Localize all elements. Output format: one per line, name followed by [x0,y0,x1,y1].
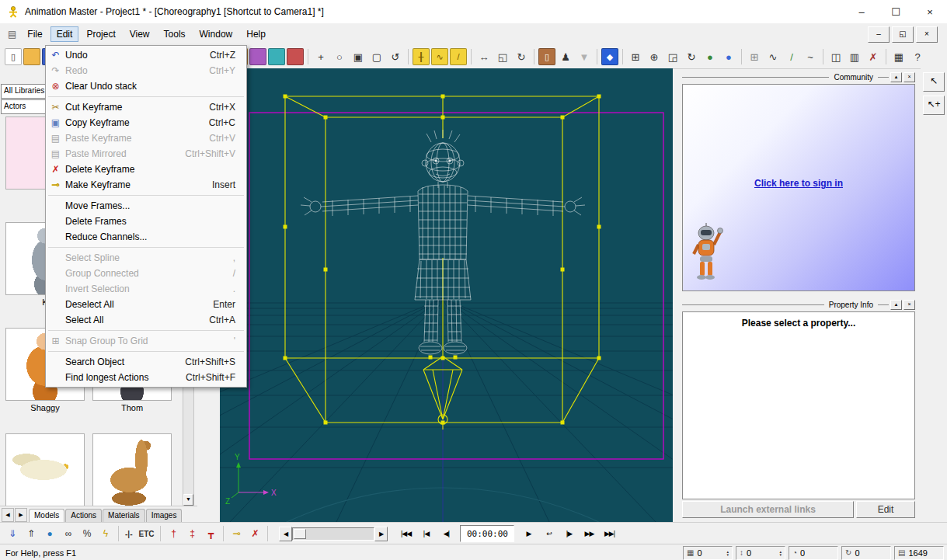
scale-key-icon[interactable]: ◱ [494,48,511,65]
pick-arrow-tool[interactable]: ↖+ [923,96,945,115]
refresh-view-icon[interactable]: ↺ [387,48,404,65]
character-wizard-icon[interactable]: ♟ [557,48,574,65]
menu-window[interactable]: Window [193,26,239,42]
spin-down-button[interactable]: ▾ [726,553,729,556]
scale-manipulator-icon[interactable]: ◲ [664,48,681,65]
previous-key-button[interactable]: |◀ [416,526,435,541]
mdi-minimize-button[interactable]: – [868,26,890,43]
step-down-icon[interactable]: ⇓ [4,525,21,542]
hammer-tool-icon[interactable]: ▼ [576,48,593,65]
edit-button[interactable]: Edit [856,501,915,518]
menu-edit[interactable]: Edit [50,26,79,42]
jump-to-start-button[interactable]: |◀◀ [396,526,415,541]
zoom-tool-icon[interactable]: ○ [331,48,348,65]
graph-editor-icon[interactable]: ∿ [764,48,782,65]
world-standard-icon[interactable]: ● [702,48,719,65]
next-key-button[interactable]: ▶▶ [580,526,598,541]
world-view-icon[interactable]: ● [41,525,58,542]
mirror-tool-icon[interactable]: ▯ [538,48,555,65]
library-item[interactable] [2,433,89,506]
workspace-toggle-icon[interactable]: ▦ [890,48,907,65]
maximize-button[interactable]: ☐ [879,0,913,23]
new-file-icon[interactable]: ▯ [5,48,22,65]
menuitem-select-all[interactable]: Select AllCtrl+A [46,312,246,328]
panel-rollup-button[interactable]: ▴ [890,72,902,82]
muscle-mode-icon[interactable]: ∿ [431,48,448,65]
material-mode-icon[interactable] [249,48,266,65]
menuitem-move-frames[interactable]: Move Frames... [46,198,246,214]
close-button[interactable]: × [913,0,947,23]
panel-rollup-button[interactable]: ▴ [890,300,902,310]
skeleton-mode-icon[interactable]: ╂ [413,48,430,65]
menu-tools[interactable]: Tools [158,26,192,42]
frame-scrollbar-thumb[interactable] [294,529,306,539]
play-button[interactable]: ▶ [519,526,538,541]
navigator-icon[interactable]: ◆ [601,48,618,65]
menuitem-make-keyframe[interactable]: ⊸Make KeyframeInsert [46,177,246,193]
menuitem-invert-selection[interactable]: Invert Selection. [46,281,246,297]
menuitem-search-object[interactable]: Search ObjectCtrl+Shift+S [46,354,246,370]
zoom-fit-icon[interactable]: ▣ [350,48,367,65]
spin-left-button[interactable]: ◀ [279,527,292,541]
frame-field-spinner[interactable]: ▴▾ [726,550,729,556]
mdi-document-icon[interactable]: ▤ [8,29,16,40]
choreography-viewport[interactable]: Y X Z [220,68,673,522]
relation-mode-icon[interactable] [287,48,304,65]
etc-toggle-icon[interactable]: ETC [136,525,156,542]
move-manipulator-icon[interactable]: ⊕ [646,48,663,65]
menuitem-paste-keyframe[interactable]: ▤Paste KeyframeCtrl+V [46,130,246,146]
open-folder-icon[interactable] [23,48,40,65]
scroll-down-button[interactable]: ▼ [183,494,193,506]
window-split-icon[interactable]: ◫ [827,48,844,65]
spline-tool-icon[interactable]: / [783,48,800,65]
menuitem-group-connected[interactable]: Group Connected/ [46,266,246,281]
library-toggle-icon[interactable]: ? [909,48,926,65]
menuitem-paste-mirrored[interactable]: ▤Paste MirroredCtrl+Shift+V [46,146,246,162]
lightning-tool-icon[interactable]: ϟ [97,525,114,542]
pin-red-2-icon[interactable]: ‡ [183,525,200,542]
menuitem-select-spline[interactable]: Select Spline, [46,250,246,266]
pose-mode-icon[interactable] [268,48,285,65]
delete-key-icon[interactable]: ✗ [246,525,263,542]
world-shaded-icon[interactable]: ● [720,48,737,65]
menuitem-find-longest-actions[interactable]: Find longest ActionsCtrl+Shift+F [46,370,246,385]
library-tab-actions[interactable]: Actions [65,509,102,522]
menuitem-clear-undo-stack[interactable]: ⊗Clear Undo stack [46,78,246,94]
menuitem-redo[interactable]: ↷RedoCtrl+Y [46,63,246,78]
panel-close-button[interactable]: × [903,72,915,82]
spin-down-button[interactable]: ▾ [779,553,782,556]
mdi-close-button[interactable]: × [916,26,938,43]
bone-mode-icon[interactable]: / [450,48,467,65]
menuitem-deselect-all[interactable]: Deselect AllEnter [46,297,246,312]
menu-help[interactable]: Help [240,26,272,42]
panel-close-button[interactable]: × [903,300,915,310]
library-tab-materials[interactable]: Materials [103,509,145,522]
tab-scroll-right-button[interactable]: ▶ [15,508,27,522]
menu-file[interactable]: File [21,26,48,42]
translate-key-icon[interactable]: ↔ [475,48,493,65]
rotate-manipulator-icon[interactable]: ↻ [683,48,700,65]
menu-view[interactable]: View [124,26,156,42]
tab-scroll-left-button[interactable]: ◀ [2,508,14,522]
chain-rings-icon[interactable]: ∞ [60,525,77,542]
minimize-button[interactable]: – [844,0,879,23]
make-key-icon[interactable]: ⊸ [228,525,245,542]
launch-external-links-button[interactable]: Launch external links [682,501,854,518]
range-field-spinner[interactable]: ▴▾ [779,550,782,556]
loop-button[interactable]: ↩ [539,526,558,541]
mdi-restore-button[interactable]: ◱ [892,26,914,43]
grid-toggle-icon[interactable]: ⊞ [627,48,644,65]
select-arrow-tool[interactable]: ↖ [923,72,945,92]
frame-bar-icon[interactable]: -|- [123,525,134,542]
snap-to-grid-icon[interactable]: ⊞ [746,48,763,65]
sign-in-link[interactable]: Click here to sign in [683,178,914,189]
menu-project[interactable]: Project [80,26,121,42]
timecode-input[interactable] [460,525,514,542]
step-up-icon[interactable]: ⇑ [23,525,40,542]
next-frame-button[interactable]: |▶ [559,526,578,541]
library-tab-models[interactable]: Models [29,509,64,522]
jump-to-end-button[interactable]: ▶▶| [600,526,618,541]
menuitem-delete-frames[interactable]: Delete Frames [46,214,246,229]
pan-tool-icon[interactable]: + [312,48,329,65]
library-item[interactable] [89,433,176,506]
